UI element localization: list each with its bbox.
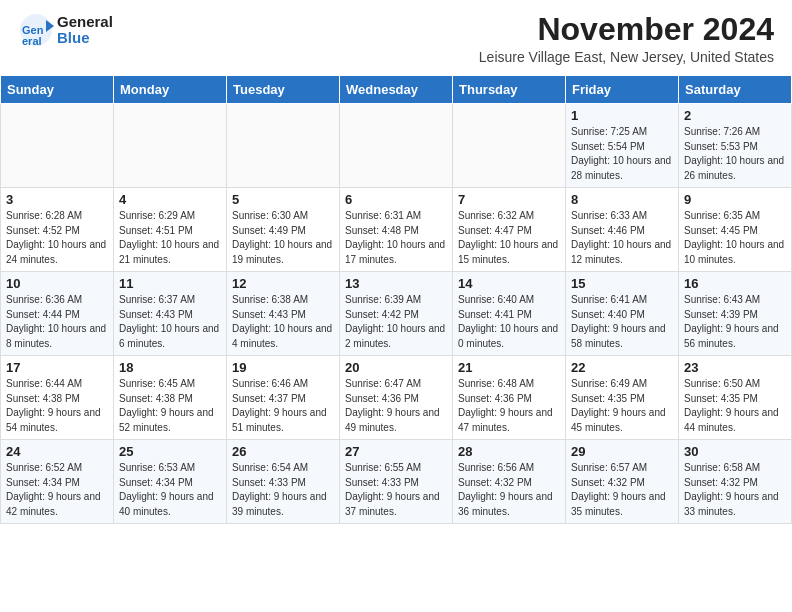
location-text: Leisure Village East, New Jersey, United… [479,49,774,65]
calendar-cell: 6Sunrise: 6:31 AM Sunset: 4:48 PM Daylig… [340,188,453,272]
day-info: Sunrise: 6:55 AM Sunset: 4:33 PM Dayligh… [345,461,447,519]
calendar-cell: 18Sunrise: 6:45 AM Sunset: 4:38 PM Dayli… [114,356,227,440]
day-number: 24 [6,444,108,459]
day-number: 26 [232,444,334,459]
svg-text:eral: eral [22,35,42,47]
day-number: 20 [345,360,447,375]
day-info: Sunrise: 6:33 AM Sunset: 4:46 PM Dayligh… [571,209,673,267]
day-number: 22 [571,360,673,375]
day-number: 27 [345,444,447,459]
day-info: Sunrise: 6:36 AM Sunset: 4:44 PM Dayligh… [6,293,108,351]
day-info: Sunrise: 6:29 AM Sunset: 4:51 PM Dayligh… [119,209,221,267]
day-number: 19 [232,360,334,375]
calendar-cell: 15Sunrise: 6:41 AM Sunset: 4:40 PM Dayli… [566,272,679,356]
calendar-cell: 4Sunrise: 6:29 AM Sunset: 4:51 PM Daylig… [114,188,227,272]
calendar-cell: 29Sunrise: 6:57 AM Sunset: 4:32 PM Dayli… [566,440,679,524]
calendar-cell: 3Sunrise: 6:28 AM Sunset: 4:52 PM Daylig… [1,188,114,272]
calendar-cell: 1Sunrise: 7:25 AM Sunset: 5:54 PM Daylig… [566,104,679,188]
day-number: 9 [684,192,786,207]
day-info: Sunrise: 6:57 AM Sunset: 4:32 PM Dayligh… [571,461,673,519]
calendar-cell: 23Sunrise: 6:50 AM Sunset: 4:35 PM Dayli… [679,356,792,440]
title-block: November 2024 Leisure Village East, New … [479,12,774,65]
day-info: Sunrise: 6:41 AM Sunset: 4:40 PM Dayligh… [571,293,673,351]
calendar-cell: 7Sunrise: 6:32 AM Sunset: 4:47 PM Daylig… [453,188,566,272]
logo: Gen eral General Blue [18,12,113,48]
dow-header-tuesday: Tuesday [227,76,340,104]
calendar-cell: 8Sunrise: 6:33 AM Sunset: 4:46 PM Daylig… [566,188,679,272]
day-info: Sunrise: 6:45 AM Sunset: 4:38 PM Dayligh… [119,377,221,435]
day-info: Sunrise: 6:53 AM Sunset: 4:34 PM Dayligh… [119,461,221,519]
day-number: 12 [232,276,334,291]
day-info: Sunrise: 6:49 AM Sunset: 4:35 PM Dayligh… [571,377,673,435]
day-number: 29 [571,444,673,459]
calendar-table: SundayMondayTuesdayWednesdayThursdayFrid… [0,75,792,524]
day-number: 3 [6,192,108,207]
day-info: Sunrise: 6:52 AM Sunset: 4:34 PM Dayligh… [6,461,108,519]
day-number: 30 [684,444,786,459]
calendar-cell [227,104,340,188]
dow-header-wednesday: Wednesday [340,76,453,104]
calendar-cell: 10Sunrise: 6:36 AM Sunset: 4:44 PM Dayli… [1,272,114,356]
calendar-cell: 2Sunrise: 7:26 AM Sunset: 5:53 PM Daylig… [679,104,792,188]
dow-header-friday: Friday [566,76,679,104]
calendar-cell: 26Sunrise: 6:54 AM Sunset: 4:33 PM Dayli… [227,440,340,524]
dow-header-saturday: Saturday [679,76,792,104]
day-number: 17 [6,360,108,375]
logo-blue: Blue [57,30,113,47]
day-number: 23 [684,360,786,375]
day-number: 5 [232,192,334,207]
calendar-cell: 19Sunrise: 6:46 AM Sunset: 4:37 PM Dayli… [227,356,340,440]
day-number: 4 [119,192,221,207]
day-number: 1 [571,108,673,123]
day-info: Sunrise: 6:35 AM Sunset: 4:45 PM Dayligh… [684,209,786,267]
day-info: Sunrise: 6:40 AM Sunset: 4:41 PM Dayligh… [458,293,560,351]
day-number: 10 [6,276,108,291]
calendar-cell: 27Sunrise: 6:55 AM Sunset: 4:33 PM Dayli… [340,440,453,524]
page-header: Gen eral General Blue November 2024 Leis… [0,0,792,69]
calendar-cell: 13Sunrise: 6:39 AM Sunset: 4:42 PM Dayli… [340,272,453,356]
calendar-cell: 12Sunrise: 6:38 AM Sunset: 4:43 PM Dayli… [227,272,340,356]
day-info: Sunrise: 6:54 AM Sunset: 4:33 PM Dayligh… [232,461,334,519]
calendar-cell: 24Sunrise: 6:52 AM Sunset: 4:34 PM Dayli… [1,440,114,524]
day-info: Sunrise: 6:39 AM Sunset: 4:42 PM Dayligh… [345,293,447,351]
calendar-cell: 30Sunrise: 6:58 AM Sunset: 4:32 PM Dayli… [679,440,792,524]
day-info: Sunrise: 6:44 AM Sunset: 4:38 PM Dayligh… [6,377,108,435]
day-info: Sunrise: 6:56 AM Sunset: 4:32 PM Dayligh… [458,461,560,519]
calendar-cell: 16Sunrise: 6:43 AM Sunset: 4:39 PM Dayli… [679,272,792,356]
month-title: November 2024 [479,12,774,47]
day-number: 21 [458,360,560,375]
calendar-cell: 28Sunrise: 6:56 AM Sunset: 4:32 PM Dayli… [453,440,566,524]
calendar-cell: 14Sunrise: 6:40 AM Sunset: 4:41 PM Dayli… [453,272,566,356]
day-number: 8 [571,192,673,207]
dow-header-thursday: Thursday [453,76,566,104]
day-number: 6 [345,192,447,207]
day-number: 13 [345,276,447,291]
day-info: Sunrise: 6:43 AM Sunset: 4:39 PM Dayligh… [684,293,786,351]
calendar-cell [1,104,114,188]
day-number: 2 [684,108,786,123]
day-info: Sunrise: 6:58 AM Sunset: 4:32 PM Dayligh… [684,461,786,519]
dow-header-sunday: Sunday [1,76,114,104]
calendar-cell: 5Sunrise: 6:30 AM Sunset: 4:49 PM Daylig… [227,188,340,272]
day-number: 7 [458,192,560,207]
dow-header-monday: Monday [114,76,227,104]
calendar-cell: 17Sunrise: 6:44 AM Sunset: 4:38 PM Dayli… [1,356,114,440]
day-number: 18 [119,360,221,375]
day-info: Sunrise: 6:47 AM Sunset: 4:36 PM Dayligh… [345,377,447,435]
calendar-cell: 21Sunrise: 6:48 AM Sunset: 4:36 PM Dayli… [453,356,566,440]
day-info: Sunrise: 7:26 AM Sunset: 5:53 PM Dayligh… [684,125,786,183]
day-info: Sunrise: 6:46 AM Sunset: 4:37 PM Dayligh… [232,377,334,435]
calendar-cell: 25Sunrise: 6:53 AM Sunset: 4:34 PM Dayli… [114,440,227,524]
day-number: 28 [458,444,560,459]
calendar-cell [453,104,566,188]
calendar-cell: 20Sunrise: 6:47 AM Sunset: 4:36 PM Dayli… [340,356,453,440]
day-info: Sunrise: 6:37 AM Sunset: 4:43 PM Dayligh… [119,293,221,351]
day-info: Sunrise: 6:30 AM Sunset: 4:49 PM Dayligh… [232,209,334,267]
day-info: Sunrise: 6:31 AM Sunset: 4:48 PM Dayligh… [345,209,447,267]
day-number: 14 [458,276,560,291]
day-info: Sunrise: 6:32 AM Sunset: 4:47 PM Dayligh… [458,209,560,267]
day-info: Sunrise: 6:28 AM Sunset: 4:52 PM Dayligh… [6,209,108,267]
calendar-cell: 9Sunrise: 6:35 AM Sunset: 4:45 PM Daylig… [679,188,792,272]
day-info: Sunrise: 6:50 AM Sunset: 4:35 PM Dayligh… [684,377,786,435]
calendar-cell: 22Sunrise: 6:49 AM Sunset: 4:35 PM Dayli… [566,356,679,440]
